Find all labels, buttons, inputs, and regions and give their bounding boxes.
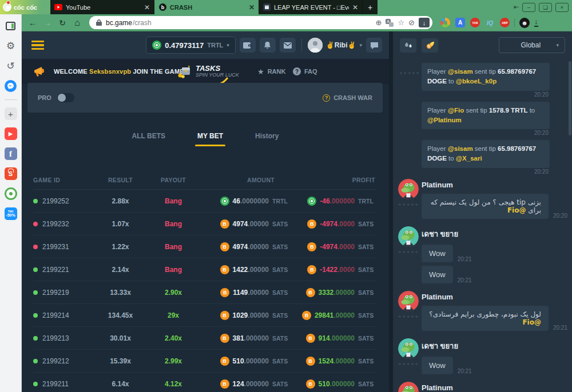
tip-bubble[interactable]: Player @sisam sent tip 65.98769767 DOGE … (422, 140, 550, 168)
pin-shortcut-icon[interactable]: ⇤ (514, 3, 519, 11)
minimize-button[interactable]: – (522, 3, 535, 12)
svg-text:b: b (161, 5, 164, 10)
tiki-shortcut[interactable]: TIKI-50% (5, 207, 17, 220)
tasks-entry[interactable]: TASKS SPIN YOUR LUCK (177, 59, 239, 84)
chat-username[interactable]: เดชา ขยาย (422, 340, 567, 352)
coccoc-app-shortcut[interactable] (5, 187, 17, 200)
table-row[interactable]: 21992116.14x4.12xB124.000000SATSB510.000… (33, 373, 376, 392)
toolbar-divider (514, 18, 515, 27)
tab-close-icon[interactable]: ✕ (352, 3, 358, 11)
youtube-shortcut[interactable]: ▶ (5, 127, 17, 140)
profile-avatar-button[interactable]: ☻ (519, 18, 530, 28)
user-avatar[interactable] (398, 291, 419, 311)
settings-gear-icon[interactable]: ⚙ (5, 39, 17, 52)
table-row[interactable]: 21992321.07xBangB4974.00000SATSB-4974.00… (33, 213, 376, 235)
chat-room-select[interactable]: Global ▾ (499, 37, 565, 53)
iq-extension-icon[interactable]: IQ (485, 18, 495, 27)
user-avatar[interactable] (398, 338, 419, 359)
add-shortcut-button[interactable]: + (5, 107, 17, 120)
welcome-player-name: Seksbsnxvpb (89, 68, 131, 75)
notifications-button[interactable] (260, 38, 276, 53)
reload-button[interactable]: ↻ (56, 18, 69, 27)
sidebar-toggle-icon[interactable] (5, 19, 17, 32)
coin-drop-button[interactable]: b (422, 38, 438, 53)
chat-username[interactable]: Platinum (422, 181, 567, 189)
chat-bubble[interactable]: Wow (422, 245, 453, 262)
address-bar[interactable]: bc.game/crash ⊕ A ☆ ⊘ ↓ (89, 16, 432, 29)
account-menu[interactable]: ✌Ribi✌ ▾ (308, 38, 362, 53)
chat-message-list[interactable]: ★★★★★Player @sisam sent tip 65.98769767 … (393, 59, 572, 392)
rain-drops-icon (404, 42, 412, 49)
table-row[interactable]: 219921330.01x2.40xB381.000000SATSB914.00… (33, 327, 376, 350)
download-page-button[interactable]: ↓ (419, 18, 430, 27)
bets-tab-my-bet[interactable]: MY BET (197, 132, 223, 146)
browser-tab-1[interactable]: YouTube✕ (50, 0, 154, 14)
profit-cell: B-1422.0000SATS (291, 265, 376, 274)
tab-close-icon[interactable]: ✕ (144, 3, 150, 11)
messages-button[interactable] (280, 38, 296, 53)
bets-tab-all-bets[interactable]: ALL BETS (132, 132, 165, 146)
shield-block-icon[interactable]: ⊘ (408, 18, 415, 27)
table-row[interactable]: 21992311.22xBangB4974.00000SATSB-4974.00… (33, 235, 376, 258)
user-avatar[interactable] (398, 382, 419, 392)
chat-username[interactable]: Platinum (422, 383, 567, 392)
history-icon[interactable]: ↺ (5, 59, 17, 72)
message-content: เดชา ขยายWow20:21Wow20:21 (422, 226, 567, 287)
chat-user-message: ★★★★★Platinumلول یک نبودم، چطوری برایم ف… (398, 291, 567, 334)
browser-tab-3[interactable]: LEAP YEAR EVENT - □Event - ✕ (259, 0, 363, 14)
pro-toggle[interactable] (57, 93, 74, 102)
chat-bubble[interactable]: Wow (422, 357, 453, 374)
chat-username[interactable]: เดชา ขยาย (422, 228, 567, 240)
translate-page-icon[interactable]: A (386, 19, 394, 27)
crash-war-link[interactable]: ? CRASH WAR (323, 94, 372, 102)
table-row[interactable]: 219921913.33x2.90xB1149.00000SATSB3332.0… (33, 281, 376, 304)
payout-value: 4.12x (145, 380, 202, 388)
chat-bubble[interactable]: Wow (422, 266, 453, 283)
bets-tab-history[interactable]: History (255, 132, 279, 146)
tab-close-icon[interactable]: ✕ (249, 3, 255, 11)
rank-link[interactable]: ★ RANK (257, 59, 285, 84)
rank-star-icon: ★ (257, 67, 264, 76)
faq-link[interactable]: ? FAQ (293, 59, 317, 84)
tip-bubble[interactable]: Player @sisam sent tip 65.98769767 DOGE … (422, 63, 550, 91)
menu-hamburger-button[interactable] (31, 41, 44, 50)
close-window-button[interactable]: × (555, 3, 569, 12)
btc-coin-icon: B (220, 357, 229, 366)
back-button[interactable]: ← (26, 18, 39, 27)
facebook-shortcut[interactable]: f (5, 147, 17, 160)
chat-bubble[interactable]: بزنی tip هیجی ؟ من لول یک نیستم که برای … (422, 194, 549, 219)
chat-toggle-button[interactable] (366, 38, 382, 53)
color-wheel-extension-icon[interactable] (440, 18, 450, 27)
tip-bubble[interactable]: Player @Fio sent tip 1578.9 TRTL to @Pla… (422, 102, 550, 130)
chat-username[interactable]: Platinum (422, 293, 567, 301)
table-row[interactable]: 219921215.39x2.99xB510.000000SATSB1524.0… (33, 350, 376, 373)
browser-tab-2[interactable]: bCRASH✕ (154, 0, 259, 14)
forward-button[interactable]: → (41, 18, 54, 27)
restore-button[interactable]: ❑ (539, 3, 552, 12)
user-avatar[interactable] (398, 179, 419, 199)
chat-scrollbar[interactable] (569, 61, 571, 135)
mention[interactable]: @Fio (507, 206, 526, 214)
messenger-icon[interactable] (5, 79, 17, 92)
zoom-page-icon[interactable]: ⊕ (376, 18, 382, 27)
downloads-icon[interactable]: ↓ (534, 18, 538, 27)
shopee-shortcut[interactable]: S (5, 167, 17, 180)
home-button[interactable]: ⌂ (71, 18, 84, 28)
table-row[interactable]: 21992212.14xBangB1422.00000SATSB-1422.00… (33, 258, 376, 281)
abp-extension-icon[interactable]: ABP (500, 18, 510, 27)
wallet-button[interactable] (240, 38, 256, 53)
new-tab-button[interactable]: + (363, 0, 378, 14)
bookmark-star-icon[interactable]: ☆ (398, 18, 404, 27)
game-id: 2199219 (42, 289, 69, 297)
rain-button[interactable] (400, 38, 416, 53)
yab-extension-icon[interactable]: YAB (470, 18, 480, 27)
user-avatar[interactable] (398, 226, 419, 247)
mention[interactable]: @Fio (522, 318, 541, 326)
table-row[interactable]: 2199214134.45x29xB1029.00000SATSB29841.0… (33, 304, 376, 327)
chat-bubble[interactable]: لول یک نبودم، چطوری برایم فرستادی؟ @Fio (422, 306, 549, 331)
chevron-down-icon: ▾ (556, 42, 559, 48)
coccoc-logo[interactable]: cốc cốc (0, 0, 50, 14)
translate-extension-icon[interactable]: A (455, 18, 465, 27)
balance-selector[interactable]: 0.47973117 TRTL ▾ (146, 37, 236, 54)
table-row[interactable]: 21992522.88xBang46.0000000TRTL-46.000000… (33, 190, 376, 213)
